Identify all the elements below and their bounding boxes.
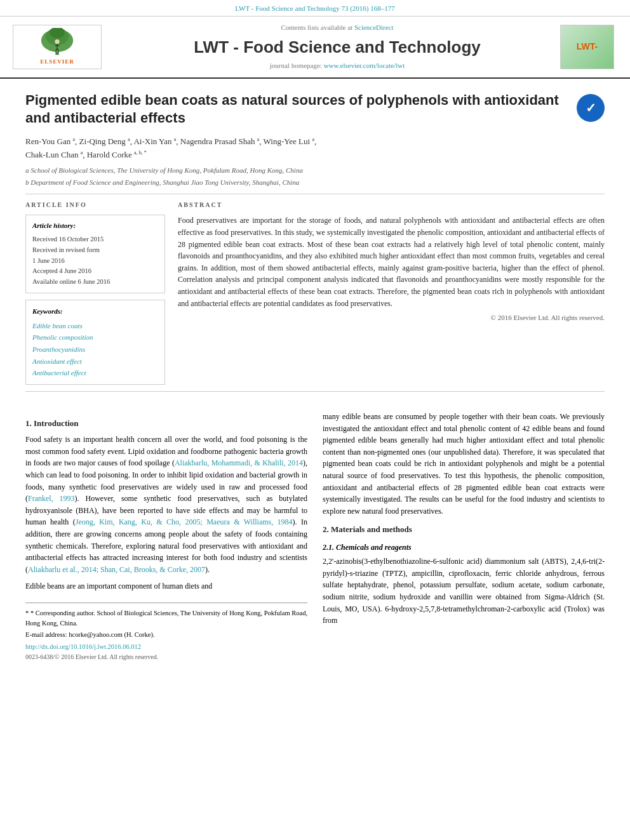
footnote-corresponding: * * Corresponding author. School of Biol… xyxy=(25,608,307,629)
abstract-heading: ABSTRACT xyxy=(178,201,605,210)
doi-line: http://dx.doi.org/10.1016/j.lwt.2016.06.… xyxy=(25,642,307,652)
accepted-date: Accepted 4 June 2016 xyxy=(32,266,158,277)
revised-date: 1 June 2016 xyxy=(32,256,158,267)
chemicals-subsection-title: 2.1. Chemicals and reagents xyxy=(323,542,605,554)
materials-section-title: 2. Materials and methods xyxy=(323,523,605,536)
body-columns: 1. Introduction Food safety is an import… xyxy=(25,411,605,662)
divider xyxy=(25,194,605,194)
divider-2 xyxy=(25,391,605,392)
affiliation-a: a School of Biological Sciences, The Uni… xyxy=(25,165,605,176)
lwt-logo-text: LWT- xyxy=(577,41,598,53)
contents-text: Contents lists available at xyxy=(281,23,352,31)
main-content: 1. Introduction Food safety is an import… xyxy=(0,404,630,674)
keyword-5: Antibacterial effect xyxy=(32,367,158,379)
info-abstract-cols: ARTICLE INFO Article history: Received 1… xyxy=(25,201,605,385)
body-left-col: 1. Introduction Food safety is an import… xyxy=(25,411,307,662)
lwt-logo: LWT- xyxy=(560,25,614,69)
elsevier-brand-text: ELSEVIER xyxy=(40,58,74,66)
keyword-3: Proanthocyanidins xyxy=(32,343,158,356)
footnote-email-name: (H. Corke). xyxy=(124,631,154,638)
footnote-email-line: E-mail address: hcorke@yahoo.com (H. Cor… xyxy=(25,630,307,640)
sciencedirect-link-line: Contents lists available at ScienceDirec… xyxy=(114,23,560,32)
lwt-logo-area: LWT- xyxy=(560,25,617,69)
crossmark-badge: ✓ xyxy=(577,94,605,122)
footnote-email-label: E-mail address: xyxy=(25,631,67,638)
journal-citation: LWT - Food Science and Technology 73 (20… xyxy=(235,4,395,12)
doi-link[interactable]: http://dx.doi.org/10.1016/j.lwt.2016.06.… xyxy=(25,643,141,650)
intro-section-title: 1. Introduction xyxy=(25,417,307,430)
journal-title-area: Contents lists available at ScienceDirec… xyxy=(114,23,560,70)
materials-number: 2. xyxy=(323,524,329,534)
article-title: Pigmented edible bean coats as natural s… xyxy=(25,91,566,128)
intro-title: Introduction xyxy=(34,418,79,428)
article-info-box: Article history: Received 16 October 201… xyxy=(25,215,165,293)
elsevier-logo: ELSEVIER xyxy=(13,25,102,69)
footnote-corresponding-text: * Corresponding author. School of Biolog… xyxy=(25,610,307,627)
title-row: Pigmented edible bean coats as natural s… xyxy=(25,91,605,135)
history-label: Article history: xyxy=(32,220,158,232)
article-info-col: ARTICLE INFO Article history: Received 1… xyxy=(25,201,165,385)
affiliation-b: b Department of Food Science and Enginee… xyxy=(25,177,605,188)
elsevier-tree-svg xyxy=(19,28,95,57)
issn-line: 0023-6438/© 2016 Elsevier Ltd. All right… xyxy=(25,652,307,662)
journal-homepage-line: journal homepage: www.elsevier.com/locat… xyxy=(114,61,560,70)
abstract-text: Food preservatives are important for the… xyxy=(178,215,605,309)
journal-header: ELSEVIER Contents lists available at Sci… xyxy=(0,17,630,78)
right-para-1: many edible beans are consumed by people… xyxy=(323,411,605,517)
crossmark-symbol: ✓ xyxy=(586,99,596,117)
ref-aliakbarlu2: Aliakbarlu et al., 2014; Shan, Cai, Broo… xyxy=(28,565,205,574)
elsevier-logo-area: ELSEVIER xyxy=(13,25,114,69)
sciencedirect-link[interactable]: ScienceDirect xyxy=(354,23,394,31)
intro-para-1: Food safety is an important health conce… xyxy=(25,434,307,575)
authors-line: Ren-You Gan a, Zi-Qing Deng a, Ai-Xin Ya… xyxy=(25,135,605,162)
svg-point-4 xyxy=(55,39,59,44)
keyword-2: Phenolic composition xyxy=(32,331,158,343)
keywords-box: Keywords: Edible bean coats Phenolic com… xyxy=(25,300,165,385)
top-bar: LWT - Food Science and Technology 73 (20… xyxy=(0,0,630,17)
keyword-4: Antioxidant effect xyxy=(32,356,158,368)
chemicals-para: 2,2'-azinobis(3-ethylbenothiazoline-6-su… xyxy=(323,556,605,627)
ref-frankel: Frankel, 1993 xyxy=(28,494,75,503)
article-header-section: Pigmented edible bean coats as natural s… xyxy=(0,79,630,404)
homepage-link[interactable]: www.elsevier.com/locate/lwt xyxy=(324,62,405,69)
footnote-email-link[interactable]: hcorke@yahoo.com xyxy=(69,631,123,638)
article-info-heading: ARTICLE INFO xyxy=(25,201,165,210)
received-date: Received 16 October 2015 xyxy=(32,234,158,245)
ref-jeong: Jeong, Kim, Kang, Ku, & Cho, 2005; Maeur… xyxy=(76,517,293,526)
abstract-col: ABSTRACT Food preservatives are importan… xyxy=(178,201,605,385)
homepage-label: journal homepage: xyxy=(270,62,322,69)
materials-title: Materials and methods xyxy=(331,524,412,534)
footnote-area: * * Corresponding author. School of Biol… xyxy=(25,603,307,662)
available-date: Available online 6 June 2016 xyxy=(32,277,158,288)
body-right-col: many edible beans are consumed by people… xyxy=(323,411,605,662)
journal-main-title: LWT - Food Science and Technology xyxy=(114,36,560,58)
keywords-label: Keywords: xyxy=(32,305,158,317)
received-revised-label: Received in revised form xyxy=(32,245,158,256)
article-title-container: Pigmented edible bean coats as natural s… xyxy=(25,91,566,135)
affiliations: a School of Biological Sciences, The Uni… xyxy=(25,165,605,187)
copyright-line: © 2016 Elsevier Ltd. All rights reserved… xyxy=(178,313,605,323)
authors-text: Ren-You Gan a, Zi-Qing Deng a, Ai-Xin Ya… xyxy=(25,137,316,159)
intro-para-2: Edible beans are an important component … xyxy=(25,580,307,592)
keyword-1: Edible bean coats xyxy=(32,320,158,332)
ref-aliakbarlu: Aliakbarlu, Mohammadi, & Khalili, 2014 xyxy=(175,458,303,467)
intro-number: 1. xyxy=(25,418,32,428)
footnote-asterisk: * xyxy=(25,610,30,617)
